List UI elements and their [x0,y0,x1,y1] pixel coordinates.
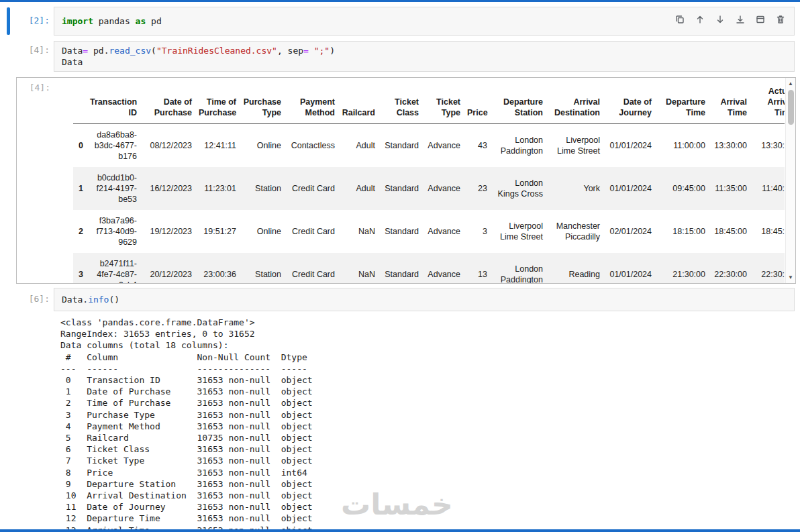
table-cell: Station [240,253,285,283]
table-cell: Advance [422,253,464,283]
notebook-cells: [2]: [0,0,800,532]
move-cell-up-icon [695,14,705,25]
table-cell: 01/01/2024 [603,253,655,283]
code-token: ";" [314,46,330,56]
table-cell: Online [240,210,285,253]
table-cell: Online [240,124,285,168]
table-row: 0da8a6ba8-b3dc-4677-b17608/12/202312:41:… [73,124,785,168]
table-cell: Liverpool Lime Street [491,210,546,253]
dataframe-body: 0da8a6ba8-b3dc-4677-b17608/12/202312:41:… [73,124,785,284]
column-header: Departure Time [655,81,709,124]
table-cell: 22:30:00 [750,253,785,283]
table-cell: Reading [546,253,603,283]
column-header: Arrival Destination [546,81,603,124]
table-cell: Adult [338,124,379,168]
code-cell-read-csv[interactable]: [4]: Data= pd.read_csv("TrainRidesCleane… [0,41,795,72]
bottom-accent-bar [0,529,800,532]
code-token: read_csv [109,46,151,56]
column-header: Payment Method [285,81,338,124]
cell-prompt: [4]: [0,41,54,72]
table-cell: Manchester Piccadilly [546,210,603,253]
insert-cell-above-button[interactable] [732,11,748,28]
column-header: Purchase Type [240,81,285,124]
table-cell: Advance [422,210,464,253]
table-cell: b0cdd1b0-f214-4197-be53 [87,167,140,210]
code-token: , sep [277,46,303,56]
table-cell: Advance [422,167,464,210]
column-header: Ticket Type [422,81,464,124]
cell-toolbar [671,11,789,28]
dataframe-scroll-area[interactable]: Transaction IDDate of PurchaseTime of Pu… [73,81,785,283]
table-cell: da8a6ba8-b3dc-4677-b176 [87,124,140,168]
code-token: "TrainRidesCleaned.csv" [156,46,277,56]
table-cell: 02/01/2024 [603,210,655,253]
scrollbar-thumb[interactable] [788,90,794,125]
table-cell: Credit Card [285,253,338,283]
table-cell: 22:30:00 [709,253,750,283]
delete-cell-icon [775,14,786,25]
table-cell: 18:45:00 [750,210,785,253]
code-token: Data [62,57,83,67]
code-cell-info[interactable]: [6]: Data.info() [0,288,795,311]
table-cell: 13 [464,253,491,283]
delete-cell-button[interactable] [772,11,789,28]
duplicate-cell-icon [674,14,685,25]
table-row: 2f3ba7a96-f713-40d9-962919/12/202319:51:… [73,210,785,253]
row-index: 0 [73,124,87,168]
table-cell: Adult [338,167,379,210]
table-cell: 16/12/2023 [140,167,195,210]
table-cell: 01/01/2024 [603,124,655,168]
table-cell: 21:30:00 [655,253,709,283]
table-cell: b2471f11-4fe7-4c87-9cb4 [87,253,140,283]
move-cell-down-button[interactable] [711,11,728,28]
column-header: Date of Journey [603,81,655,124]
table-cell: London Paddington [491,253,546,283]
dataframe-header-row: Transaction IDDate of PurchaseTime of Pu… [73,81,785,124]
table-cell: 13:30:00 [750,124,785,168]
column-header: Time of Purchase [195,81,240,124]
scroll-down-arrow-icon[interactable]: ▼ [786,272,795,282]
code-editor-info[interactable]: Data.info() [54,288,795,311]
table-cell: York [546,167,603,210]
insert-cell-above-icon [735,14,746,25]
table-row: 3b2471f11-4fe7-4c87-9cb420/12/202323:00:… [73,253,785,283]
scroll-up-arrow-icon[interactable]: ▲ [786,78,795,89]
column-header: Arrival Time [709,81,750,124]
table-cell: Standard [379,167,422,210]
table-cell: Contactless [285,124,338,168]
move-cell-up-button[interactable] [691,11,708,28]
table-cell: 18:15:00 [655,210,709,253]
code-token: pd [88,46,103,56]
code-token: Data [62,295,83,305]
column-header: Actual Arrival Time [750,81,785,124]
table-cell: 23:00:36 [195,253,240,283]
table-cell: 19/12/2023 [140,210,195,253]
table-cell: NaN [338,253,379,283]
insert-cell-below-button[interactable] [752,11,768,28]
table-row: 1b0cdd1b0-f214-4197-be5316/12/202311:23:… [73,167,785,210]
dataframe-table: Transaction IDDate of PurchaseTime of Pu… [73,81,785,283]
vertical-scrollbar[interactable]: ▲ ▼ [785,78,795,283]
code-token: Data [62,46,83,56]
watermark: خمسات [341,487,453,521]
table-cell: London Paddington [491,124,546,168]
table-cell: Standard [379,253,422,283]
code-line: Data.info() [62,294,787,305]
table-cell: 43 [464,124,491,168]
row-index: 2 [73,210,87,253]
code-token: = [303,46,309,56]
cell-prompt: [6]: [0,288,54,311]
table-cell: 11:40:00 [750,167,785,210]
table-cell: NaN [338,210,379,253]
table-cell: 23 [464,167,491,210]
code-editor-read-csv[interactable]: Data= pd.read_csv("TrainRidesCleaned.csv… [54,41,795,72]
duplicate-cell-button[interactable] [671,11,688,28]
insert-cell-below-icon [755,14,766,25]
code-token: pd [146,16,161,26]
code-line: Data= pd.read_csv("TrainRidesCleaned.csv… [62,45,787,56]
column-header: Transaction ID [87,81,140,124]
table-cell: 11:23:01 [195,167,240,210]
code-editor-import[interactable]: import pandas as pd [54,7,795,36]
table-cell: Advance [422,124,464,168]
code-cell-import[interactable]: [2]: [0,7,795,36]
